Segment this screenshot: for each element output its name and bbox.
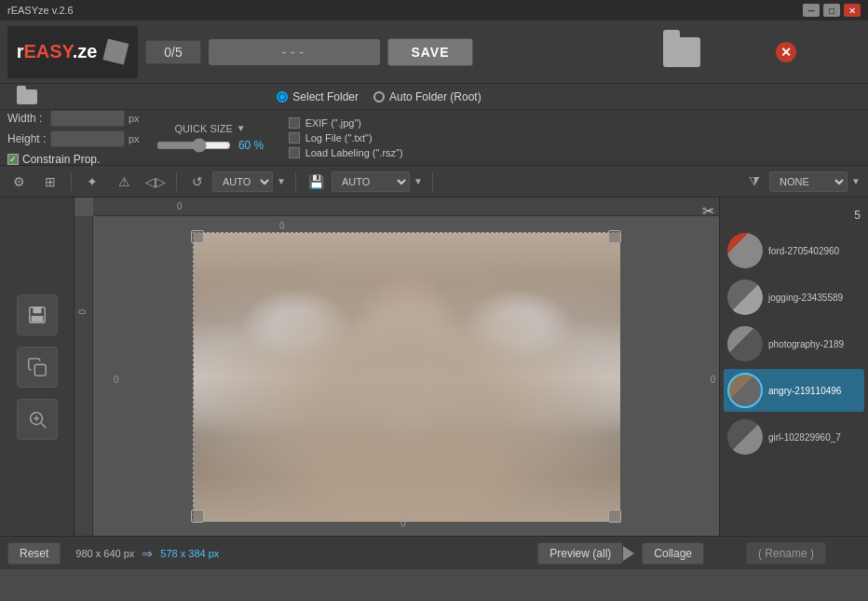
- right-panel: 5 ford-2705402960 jogging-23435589 photo…: [719, 198, 868, 536]
- progress-label: ---: [281, 44, 307, 61]
- zoom-tool-button[interactable]: [17, 399, 58, 440]
- minimize-button[interactable]: ─: [803, 4, 820, 17]
- main-area: 0 0 ✂ 0: [0, 198, 868, 536]
- flip-group: 💾 AUTO None Horizontal Vertical ▼: [305, 171, 423, 193]
- height-input[interactable]: [50, 130, 125, 147]
- filter-select[interactable]: NONE Grayscale Sepia: [769, 171, 848, 192]
- flip-select[interactable]: AUTO None Horizontal Vertical: [332, 171, 410, 192]
- corner-handle-tl[interactable]: [191, 230, 204, 243]
- constrain-checkbox[interactable]: ✓: [7, 154, 19, 165]
- quick-size-slider[interactable]: [156, 138, 231, 153]
- corner-handle-bl[interactable]: [191, 510, 204, 523]
- small-folder-icon: [17, 89, 37, 104]
- separator-3: [295, 172, 296, 191]
- width-row: Width : px: [7, 110, 140, 127]
- thumb-angry-image: [727, 373, 763, 408]
- thumb-item-girl[interactable]: girl-102829960_7: [724, 416, 864, 458]
- thumb-ford-image: [727, 233, 763, 268]
- flip-dropdown-arrow: ▼: [414, 176, 423, 186]
- svg-rect-2: [31, 315, 43, 321]
- preview-arrow-icon: [623, 546, 634, 561]
- panel-close-button[interactable]: ✕: [776, 42, 796, 62]
- separator-4: [432, 172, 433, 191]
- checkboxes-group: EXIF (".jpg") Log File (".txt") Load Lab…: [289, 117, 403, 158]
- thumb-item-photography[interactable]: photography-2189: [724, 322, 864, 365]
- thumb-item-ford[interactable]: ford-2705402960: [724, 229, 864, 272]
- log-label: Log File (".txt"): [305, 132, 373, 143]
- folder-icon: [663, 37, 700, 67]
- thumb-girl-name: girl-102829960_7: [768, 431, 841, 444]
- height-unit: px: [129, 133, 140, 144]
- rotate-icon[interactable]: ↺: [186, 171, 209, 193]
- canvas-bottom-zero: 0: [400, 518, 406, 528]
- auto-folder-radio[interactable]: Auto Folder (Root): [373, 90, 481, 103]
- canvas-content: 0 0 0 0: [93, 216, 719, 536]
- corner-handle-tr[interactable]: [608, 230, 621, 243]
- load-checkbox[interactable]: [289, 147, 300, 158]
- canvas-left-zero: 0: [114, 375, 119, 385]
- select-folder-radio[interactable]: Select Folder: [277, 90, 359, 103]
- window-controls: ─ □ ✕: [803, 4, 861, 17]
- filter-icon[interactable]: ⧩: [743, 171, 766, 193]
- ruler-left-num: 0: [76, 309, 87, 315]
- image-frame[interactable]: [193, 232, 619, 521]
- rotate-dropdown-arrow: ▼: [277, 176, 286, 186]
- auto-folder-radio-circle: [373, 91, 385, 102]
- settings-bar: Width : px Height : px ✓ Constrain Prop.…: [0, 110, 868, 166]
- original-size: 980 x 640 px: [75, 548, 134, 559]
- reflect-icon[interactable]: ◁▷: [144, 171, 167, 193]
- preview-group: Preview (all): [537, 542, 634, 565]
- panel-count: 5: [854, 205, 861, 222]
- canvas-right-zero: 0: [710, 375, 715, 385]
- counter-box: 0/5: [145, 40, 201, 64]
- thumb-jogging-image: [727, 280, 763, 315]
- log-row: Log File (".txt"): [289, 132, 403, 143]
- quick-size-label: QUICK SIZE ▼: [175, 123, 246, 134]
- progress-bar: ---: [209, 39, 380, 65]
- thumb-item-angry[interactable]: angry-219110496: [724, 369, 864, 412]
- maximize-button[interactable]: □: [823, 4, 840, 17]
- copy-tool-button[interactable]: [17, 347, 58, 388]
- settings-icon[interactable]: ⚙: [7, 171, 30, 193]
- svg-line-5: [41, 423, 46, 428]
- logo-icon: [102, 39, 129, 65]
- log-checkbox[interactable]: [289, 132, 300, 143]
- width-input[interactable]: [50, 110, 125, 127]
- thumb-item-jogging[interactable]: jogging-23435589: [724, 276, 864, 319]
- canvas-top-zero: 0: [279, 221, 285, 231]
- svg-rect-3: [34, 364, 46, 376]
- constrain-row: ✓ Constrain Prop.: [7, 153, 140, 166]
- separator-1: [71, 172, 72, 191]
- exif-checkbox[interactable]: [289, 117, 300, 129]
- width-label: Width :: [7, 112, 47, 125]
- rename-button[interactable]: ( Rename ): [746, 542, 826, 565]
- ruler-top-num: 0: [177, 201, 183, 212]
- bottom-bar: Reset 980 x 640 px ⇒ 578 x 384 px Previe…: [0, 536, 868, 569]
- reset-button[interactable]: Reset: [7, 542, 61, 565]
- rotate-select[interactable]: AUTO 0° 90° 180° 270°: [212, 171, 273, 192]
- thumb-angry-name: angry-219110496: [768, 385, 841, 397]
- action-bar: ⚙ ⊞ ✦ ⚠ ◁▷ ↺ AUTO 0° 90° 180° 270° ▼ 💾 A…: [0, 166, 868, 198]
- save-button[interactable]: SAVE: [387, 38, 472, 66]
- save-tool-button[interactable]: [17, 294, 58, 335]
- height-label: Height :: [7, 132, 47, 145]
- preview-button[interactable]: Preview (all): [537, 542, 623, 565]
- filter-dropdown-arrow: ▼: [851, 176, 861, 186]
- sun-icon[interactable]: ✦: [81, 171, 103, 193]
- close-button[interactable]: ✕: [844, 4, 861, 17]
- thumb-photography-name: photography-2189: [768, 338, 844, 350]
- collage-button[interactable]: Collage: [642, 542, 704, 565]
- select-folder-label: Select Folder: [292, 90, 359, 103]
- grid-icon[interactable]: ⊞: [39, 171, 61, 193]
- warning-icon[interactable]: ⚠: [113, 171, 135, 193]
- filter-group: ⧩ NONE Grayscale Sepia ▼: [743, 171, 861, 193]
- flip-icon[interactable]: 💾: [305, 171, 328, 193]
- constrain-label: Constrain Prop.: [22, 153, 100, 166]
- corner-handle-br[interactable]: [608, 510, 621, 523]
- logo-area: rEASY.ze: [7, 26, 138, 78]
- auto-folder-label: Auto Folder (Root): [389, 90, 481, 103]
- new-size: 578 x 384 px: [160, 548, 219, 559]
- app-title: rEASYze v.2.6: [7, 5, 74, 16]
- quick-size-dropdown-icon[interactable]: ▼: [237, 123, 246, 133]
- open-folder-button[interactable]: [659, 34, 704, 70]
